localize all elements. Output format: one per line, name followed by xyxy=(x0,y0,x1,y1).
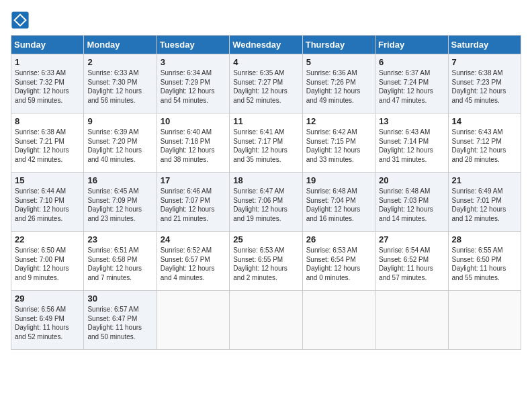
day-cell: 6Sunrise: 6:37 AM Sunset: 7:24 PM Daylig… xyxy=(375,54,448,113)
header-row: SundayMondayTuesdayWednesdayThursdayFrid… xyxy=(11,36,521,54)
day-cell: 15Sunrise: 6:44 AM Sunset: 7:10 PM Dayli… xyxy=(11,173,84,232)
day-cell xyxy=(157,291,229,350)
day-info: Sunrise: 6:33 AM Sunset: 7:32 PM Dayligh… xyxy=(15,68,80,105)
day-cell: 23Sunrise: 6:51 AM Sunset: 6:58 PM Dayli… xyxy=(84,232,157,291)
logo-icon xyxy=(11,11,30,30)
week-row-1: 1Sunrise: 6:33 AM Sunset: 7:32 PM Daylig… xyxy=(11,54,521,113)
day-cell: 4Sunrise: 6:35 AM Sunset: 7:27 PM Daylig… xyxy=(230,54,302,113)
day-cell: 12Sunrise: 6:42 AM Sunset: 7:15 PM Dayli… xyxy=(302,113,375,173)
day-info: Sunrise: 6:47 AM Sunset: 7:06 PM Dayligh… xyxy=(233,187,298,223)
day-info: Sunrise: 6:38 AM Sunset: 7:23 PM Dayligh… xyxy=(452,68,517,105)
day-info: Sunrise: 6:35 AM Sunset: 7:27 PM Dayligh… xyxy=(233,68,298,105)
day-info: Sunrise: 6:45 AM Sunset: 7:09 PM Dayligh… xyxy=(87,187,152,223)
day-header-thursday: Thursday xyxy=(302,36,375,54)
day-cell: 3Sunrise: 6:34 AM Sunset: 7:29 PM Daylig… xyxy=(157,54,229,113)
day-info: Sunrise: 6:37 AM Sunset: 7:24 PM Dayligh… xyxy=(379,68,444,105)
day-cell: 2Sunrise: 6:33 AM Sunset: 7:30 PM Daylig… xyxy=(84,54,157,113)
day-cell: 13Sunrise: 6:43 AM Sunset: 7:14 PM Dayli… xyxy=(375,113,448,173)
day-number: 11 xyxy=(233,116,298,126)
day-number: 13 xyxy=(379,116,444,126)
week-row-2: 8Sunrise: 6:38 AM Sunset: 7:21 PM Daylig… xyxy=(11,113,521,173)
day-header-sunday: Sunday xyxy=(11,36,84,54)
day-cell: 14Sunrise: 6:43 AM Sunset: 7:12 PM Dayli… xyxy=(448,113,521,173)
day-number: 7 xyxy=(452,57,517,67)
day-cell xyxy=(448,291,521,350)
day-number: 21 xyxy=(452,175,517,185)
day-number: 19 xyxy=(306,175,371,185)
day-info: Sunrise: 6:56 AM Sunset: 6:49 PM Dayligh… xyxy=(15,305,80,341)
day-number: 1 xyxy=(15,57,80,67)
day-cell xyxy=(230,291,302,350)
day-info: Sunrise: 6:33 AM Sunset: 7:30 PM Dayligh… xyxy=(87,68,152,105)
day-info: Sunrise: 6:48 AM Sunset: 7:03 PM Dayligh… xyxy=(379,187,444,223)
day-number: 22 xyxy=(15,234,80,244)
logo xyxy=(11,11,32,30)
day-cell: 27Sunrise: 6:54 AM Sunset: 6:52 PM Dayli… xyxy=(375,232,448,291)
week-row-3: 15Sunrise: 6:44 AM Sunset: 7:10 PM Dayli… xyxy=(11,173,521,232)
day-cell: 5Sunrise: 6:36 AM Sunset: 7:26 PM Daylig… xyxy=(302,54,375,113)
day-cell: 26Sunrise: 6:53 AM Sunset: 6:54 PM Dayli… xyxy=(302,232,375,291)
day-cell: 9Sunrise: 6:39 AM Sunset: 7:20 PM Daylig… xyxy=(84,113,157,173)
day-cell xyxy=(375,291,448,350)
day-number: 26 xyxy=(306,234,371,244)
day-header-monday: Monday xyxy=(84,36,157,54)
day-header-saturday: Saturday xyxy=(448,36,521,54)
day-info: Sunrise: 6:36 AM Sunset: 7:26 PM Dayligh… xyxy=(306,68,371,105)
day-number: 27 xyxy=(379,234,444,244)
day-cell: 29Sunrise: 6:56 AM Sunset: 6:49 PM Dayli… xyxy=(11,291,84,350)
day-cell xyxy=(302,291,375,350)
day-cell: 7Sunrise: 6:38 AM Sunset: 7:23 PM Daylig… xyxy=(448,54,521,113)
day-cell: 25Sunrise: 6:53 AM Sunset: 6:55 PM Dayli… xyxy=(230,232,302,291)
week-row-4: 22Sunrise: 6:50 AM Sunset: 7:00 PM Dayli… xyxy=(11,232,521,291)
day-cell: 21Sunrise: 6:49 AM Sunset: 7:01 PM Dayli… xyxy=(448,173,521,232)
day-number: 24 xyxy=(161,234,226,244)
day-info: Sunrise: 6:49 AM Sunset: 7:01 PM Dayligh… xyxy=(452,187,517,223)
day-cell: 28Sunrise: 6:55 AM Sunset: 6:50 PM Dayli… xyxy=(448,232,521,291)
day-number: 15 xyxy=(15,175,80,185)
day-number: 18 xyxy=(233,175,298,185)
day-info: Sunrise: 6:43 AM Sunset: 7:14 PM Dayligh… xyxy=(379,128,444,164)
day-info: Sunrise: 6:34 AM Sunset: 7:29 PM Dayligh… xyxy=(161,68,226,105)
day-cell: 24Sunrise: 6:52 AM Sunset: 6:57 PM Dayli… xyxy=(157,232,229,291)
day-info: Sunrise: 6:39 AM Sunset: 7:20 PM Dayligh… xyxy=(87,128,152,164)
day-number: 5 xyxy=(306,57,371,67)
day-info: Sunrise: 6:38 AM Sunset: 7:21 PM Dayligh… xyxy=(15,128,80,164)
day-info: Sunrise: 6:54 AM Sunset: 6:52 PM Dayligh… xyxy=(379,246,444,282)
day-cell: 19Sunrise: 6:48 AM Sunset: 7:04 PM Dayli… xyxy=(302,173,375,232)
day-info: Sunrise: 6:50 AM Sunset: 7:00 PM Dayligh… xyxy=(15,246,80,282)
day-number: 14 xyxy=(452,116,517,126)
day-info: Sunrise: 6:41 AM Sunset: 7:17 PM Dayligh… xyxy=(233,128,298,164)
day-cell: 11Sunrise: 6:41 AM Sunset: 7:17 PM Dayli… xyxy=(230,113,302,173)
day-number: 29 xyxy=(15,293,80,304)
day-number: 30 xyxy=(87,293,152,304)
day-number: 20 xyxy=(379,175,444,185)
day-number: 3 xyxy=(161,57,226,67)
day-number: 12 xyxy=(306,116,371,126)
day-info: Sunrise: 6:53 AM Sunset: 6:55 PM Dayligh… xyxy=(233,246,298,282)
day-info: Sunrise: 6:42 AM Sunset: 7:15 PM Dayligh… xyxy=(306,128,371,164)
day-cell: 18Sunrise: 6:47 AM Sunset: 7:06 PM Dayli… xyxy=(230,173,302,232)
day-number: 6 xyxy=(379,57,444,67)
day-number: 8 xyxy=(15,116,80,126)
day-number: 9 xyxy=(87,116,152,126)
day-cell: 8Sunrise: 6:38 AM Sunset: 7:21 PM Daylig… xyxy=(11,113,84,173)
day-info: Sunrise: 6:43 AM Sunset: 7:12 PM Dayligh… xyxy=(452,128,517,164)
day-cell: 22Sunrise: 6:50 AM Sunset: 7:00 PM Dayli… xyxy=(11,232,84,291)
day-number: 17 xyxy=(161,175,226,185)
day-header-wednesday: Wednesday xyxy=(230,36,302,54)
day-number: 10 xyxy=(161,116,226,126)
day-number: 16 xyxy=(87,175,152,185)
day-number: 25 xyxy=(233,234,298,244)
day-info: Sunrise: 6:57 AM Sunset: 6:47 PM Dayligh… xyxy=(87,305,152,341)
day-number: 4 xyxy=(233,57,298,67)
day-info: Sunrise: 6:52 AM Sunset: 6:57 PM Dayligh… xyxy=(161,246,226,282)
day-cell: 17Sunrise: 6:46 AM Sunset: 7:07 PM Dayli… xyxy=(157,173,229,232)
day-cell: 30Sunrise: 6:57 AM Sunset: 6:47 PM Dayli… xyxy=(84,291,157,350)
page-header xyxy=(11,11,521,30)
day-info: Sunrise: 6:55 AM Sunset: 6:50 PM Dayligh… xyxy=(452,246,517,282)
day-info: Sunrise: 6:51 AM Sunset: 6:58 PM Dayligh… xyxy=(87,246,152,282)
day-number: 2 xyxy=(87,57,152,67)
day-number: 28 xyxy=(452,234,517,244)
day-cell: 1Sunrise: 6:33 AM Sunset: 7:32 PM Daylig… xyxy=(11,54,84,113)
day-cell: 10Sunrise: 6:40 AM Sunset: 7:18 PM Dayli… xyxy=(157,113,229,173)
